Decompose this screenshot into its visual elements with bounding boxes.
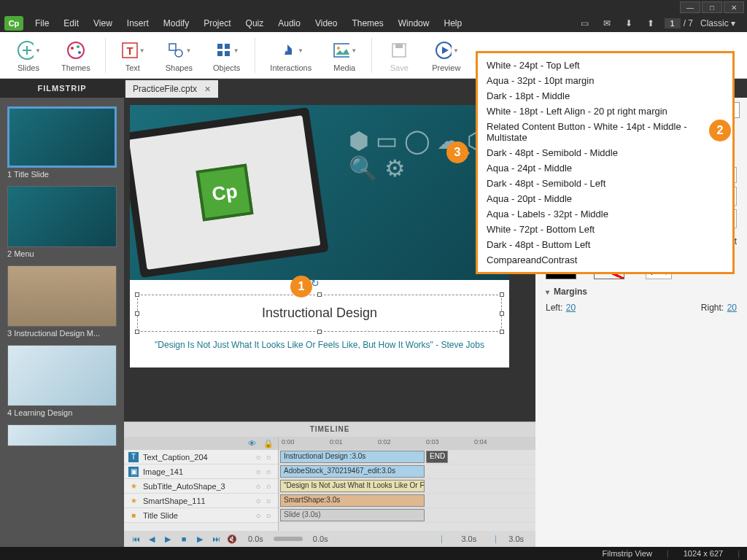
menu-insert[interactable]: Insert (120, 16, 156, 31)
margin-right-label: Right: (701, 303, 724, 313)
timeline-panel: TIMELINE 👁 🔒 TText_Caption_204○○ ▣Image_… (124, 421, 535, 547)
status-dimensions: 1024 x 627 (684, 549, 723, 558)
timeline-marker-a[interactable]: ⎸ (439, 534, 451, 544)
timeline-next-button[interactable]: ▶ (194, 534, 206, 544)
ribbon-interactions[interactable]: ▼ Interactions (260, 34, 322, 77)
file-tab[interactable]: PracticeFile.cptx ✕ (125, 80, 218, 98)
margin-left-value[interactable]: 20 (566, 303, 576, 313)
annotation-callout-2: 2 (709, 120, 731, 141)
menu-themes[interactable]: Themes (344, 16, 390, 31)
window-close-button[interactable]: ✕ (724, 1, 744, 13)
download-icon[interactable]: ⬇ (622, 18, 635, 29)
ribbon-media[interactable]: ▼ Media (322, 34, 367, 77)
timeline-marker-b[interactable]: ⎹ (487, 534, 498, 544)
window-minimize-button[interactable]: — (680, 1, 700, 13)
visibility-icon[interactable]: 👁 (248, 439, 256, 448)
timeline-mute-button[interactable]: 🔇 (226, 534, 238, 544)
thumbnail-5[interactable] (0, 421, 124, 451)
style-option[interactable]: White - 72pt - Bottom Left (478, 222, 732, 237)
workspace-selector[interactable]: Classic ▾ (700, 18, 735, 28)
menu-modify[interactable]: Modify (156, 16, 196, 31)
timeline-end-button[interactable]: ⏭ (210, 534, 222, 543)
timeline-clip[interactable]: Slide (3.0s) (280, 509, 425, 521)
thumbnail-label: 1 Title Slide (7, 170, 117, 179)
thumbnail-label: 2 Menu (7, 249, 117, 258)
style-option[interactable]: Dark - 18pt - Middle (478, 88, 732, 104)
style-option[interactable]: Aqua - 24pt - Middle (478, 160, 732, 176)
ribbon-text[interactable]: T▼ Text (110, 34, 155, 77)
track-row[interactable]: ★SmartShape_111○○ (124, 494, 278, 508)
thumbnail-3[interactable]: 3 Instructional Design M... (0, 262, 124, 342)
menu-project[interactable]: Project (196, 16, 238, 31)
style-option[interactable]: Aqua - 32pt - 10pt margin (478, 73, 732, 88)
thumbnail-1[interactable]: 1 Title Slide (0, 104, 124, 183)
ribbon-preview[interactable]: ▼ Preview (422, 34, 471, 77)
track-row[interactable]: ★SubTitle_AutoShape_3○○ (124, 479, 278, 494)
style-option[interactable]: Dark - 48pt - Buttom Left (478, 237, 732, 252)
track-row[interactable]: ■Title Slide○○ (124, 508, 278, 523)
slide-title-text: Instructional Design (145, 306, 494, 321)
menu-audio[interactable]: Audio (271, 16, 308, 31)
timeline-slider[interactable] (274, 537, 303, 541)
thumbnail-label: 4 Learning Design (7, 408, 117, 417)
timeline-clip[interactable]: SmartShape:3.0s (280, 494, 425, 507)
thumbnail-image (7, 186, 117, 247)
track-row[interactable]: ▣Image_141○○ (124, 464, 278, 479)
upload-icon[interactable]: ⬆ (644, 18, 657, 29)
timeline-clip[interactable]: AdobeStock_370219467_edit:3.0s (280, 465, 425, 478)
timeline-clip[interactable]: Instructional Design :3.0s (280, 451, 425, 463)
style-option[interactable]: Related Content Button - White - 14pt - … (478, 119, 732, 145)
style-option[interactable]: White - 18pt - Left Align - 20 pt right … (478, 104, 732, 119)
annotation-callout-1: 1 (290, 276, 312, 298)
margin-right-value[interactable]: 20 (727, 303, 737, 313)
status-view: Filmstrip View (603, 549, 652, 558)
timeline-time-4: 3.0s (508, 534, 524, 543)
menu-window[interactable]: Window (391, 16, 437, 31)
track-row[interactable]: TText_Caption_204○○ (124, 450, 278, 464)
ribbon-slides[interactable]: ▼ Slides (6, 34, 51, 77)
timeline-clip[interactable]: "Design Is Not Just What It Looks Like O… (280, 480, 425, 492)
window-maximize-button[interactable]: □ (702, 1, 722, 13)
thumbnail-2[interactable]: 2 Menu (0, 183, 124, 262)
menu-file[interactable]: File (28, 16, 56, 31)
ribbon-themes[interactable]: Themes (51, 34, 101, 77)
timeline-play-button[interactable]: ▶ (162, 534, 174, 544)
file-tab-label: PracticeFile.cptx (133, 84, 197, 94)
thumbnail-4[interactable]: 4 Learning Design (0, 342, 124, 421)
timeline-prev-button[interactable]: ◀ (146, 534, 158, 544)
timeline-time-3: 3.0s (461, 534, 476, 543)
hero-tablet-graphic: Cp (130, 107, 329, 278)
ribbon-objects[interactable]: ▼ Objects (203, 34, 250, 77)
timeline-rewind-button[interactable]: ⏮ (130, 534, 142, 543)
menu-help[interactable]: Help (436, 16, 469, 31)
timeline-title: TIMELINE (124, 422, 535, 437)
timeline-grid[interactable]: 0:00 0:01 0:02 0:03 0:04 Instructional D… (279, 437, 535, 531)
style-option[interactable]: CompareandContrast (478, 252, 732, 268)
ribbon-save: Save (376, 34, 422, 77)
style-option[interactable]: White - 24pt - Top Left (478, 58, 732, 73)
margins-header[interactable]: ▾Margins (546, 287, 737, 297)
style-option[interactable]: Aqua - Labels - 32pt - Middle (478, 206, 732, 222)
slide-subtitle-text: "Design Is Not Just What It Looks Like O… (137, 340, 502, 350)
thumbnail-image (7, 345, 117, 406)
menu-bar: Cp File Edit View Insert Modify Project … (0, 15, 747, 32)
menu-quiz[interactable]: Quiz (239, 16, 271, 31)
text-caption-selected[interactable]: Instructional Design (137, 295, 502, 332)
page-current[interactable]: 1 (665, 18, 681, 28)
style-list-dropdown[interactable]: White - 24pt - Top Left Aqua - 32pt - 10… (476, 51, 735, 274)
style-option[interactable]: Dark - 48pt - Semibold - Left (478, 176, 732, 191)
svg-point-4 (71, 47, 74, 50)
menu-view[interactable]: View (86, 16, 120, 31)
lock-icon[interactable]: 🔒 (263, 439, 274, 448)
canvas-viewport[interactable]: Cp ⬢ ▭ ◯ ☁ ⬡ 🔍 ⚙ ↻ Instructional Design … (124, 98, 535, 421)
layout-icon[interactable]: ▭ (578, 18, 592, 29)
close-tab-icon[interactable]: ✕ (204, 85, 211, 94)
ribbon-shapes[interactable]: ▼ Shapes (155, 34, 203, 77)
style-option[interactable]: Dark - 48pt - Semibold - Middle (478, 145, 732, 160)
timeline-stop-button[interactable]: ■ (178, 534, 190, 543)
style-option[interactable]: Aqua - 20pt - Middle (478, 191, 732, 206)
menu-edit[interactable]: Edit (56, 16, 86, 31)
annotation-callout-3: 3 (446, 141, 468, 163)
sync-icon[interactable]: ✉ (600, 18, 614, 29)
menu-video[interactable]: Video (308, 16, 344, 31)
